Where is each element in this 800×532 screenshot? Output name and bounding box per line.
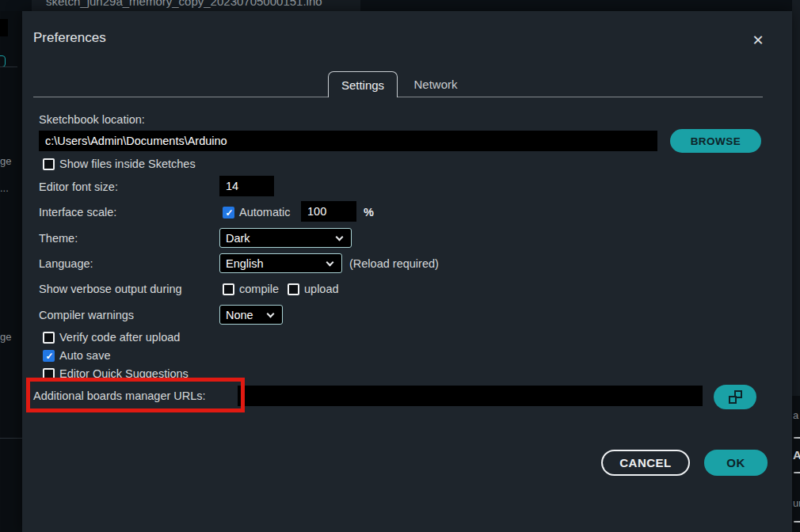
tab-settings-label: Settings <box>341 78 384 92</box>
interface-scale-auto-label: Automatic <box>239 206 290 218</box>
divider <box>794 472 800 473</box>
background-teal-outline-fragment <box>0 55 6 67</box>
interface-scale-unit: % <box>364 206 374 218</box>
interface-scale-auto-checkbox[interactable] <box>223 207 234 218</box>
cancel-button[interactable]: CANCEL <box>601 450 690 476</box>
background-editor-tab: sketch_jun29a_memory_copy_20230705000151… <box>32 0 360 11</box>
language-reload-note: (Reload required) <box>349 257 439 270</box>
background-text-fragment: A <box>793 448 800 462</box>
editor-font-size-label: Editor font size: <box>39 180 118 193</box>
boards-urls-list-button[interactable] <box>714 385 756 409</box>
browse-button[interactable]: BROWSE <box>670 129 761 153</box>
background-text-fragment: ur <box>793 497 800 509</box>
tab-network-label: Network <box>413 78 457 91</box>
quick-suggestions-checkbox[interactable] <box>43 368 55 380</box>
verbose-compile-label: compile <box>239 283 279 295</box>
theme-select[interactable]: Dark <box>219 228 352 248</box>
compiler-warnings-label: Compiler warnings <box>39 309 134 321</box>
chevron-down-icon <box>336 234 344 241</box>
tab-network[interactable]: Network <box>400 71 471 97</box>
chevron-down-icon <box>267 310 275 318</box>
background-text-fragment: ge <box>0 331 11 343</box>
dialog-title: Preferences <box>33 30 106 46</box>
background-editor-tabbar: sketch_jun29a_memory_copy_20230705000151… <box>0 0 800 11</box>
compiler-warnings-value: None <box>226 309 253 321</box>
theme-select-value: Dark <box>226 232 250 245</box>
auto-save-label: Auto save <box>59 349 111 362</box>
interface-scale-input[interactable] <box>301 201 356 222</box>
language-select[interactable]: English <box>219 253 342 273</box>
close-icon[interactable]: ✕ <box>748 30 768 51</box>
divider <box>794 437 800 439</box>
interface-scale-label: Interface scale: <box>39 206 116 218</box>
verbose-upload-label: upload <box>304 283 339 295</box>
verbose-output-label: Show verbose output during <box>39 283 182 295</box>
divider <box>0 66 17 67</box>
background-text-fragment: a <box>793 409 798 421</box>
language-select-value: English <box>226 257 264 270</box>
editor-tab-filename: sketch_jun29a_memory_copy_20230705000151… <box>46 0 322 8</box>
background-left-sliver: ge ... ge <box>0 11 22 532</box>
copy-icon <box>729 390 742 404</box>
preferences-dialog: Preferences ✕ Settings Network Sketchboo… <box>22 11 792 532</box>
show-files-checkbox[interactable] <box>43 158 55 170</box>
background-right-sliver: a A ur <box>792 0 800 532</box>
verbose-upload-checkbox[interactable] <box>288 283 299 295</box>
background-text-fragment: ... <box>0 182 9 194</box>
verbose-compile-checkbox[interactable] <box>223 283 234 295</box>
background-text-fragment: ge <box>0 155 11 167</box>
compiler-warnings-select[interactable]: None <box>219 305 283 325</box>
language-label: Language: <box>39 257 93 270</box>
divider <box>794 521 800 522</box>
sketchbook-location-label: Sketchbook location: <box>39 113 145 126</box>
show-files-label: Show files inside Sketches <box>59 158 196 170</box>
quick-suggestions-label: Editor Quick Suggestions <box>59 367 189 380</box>
auto-save-checkbox[interactable] <box>43 350 55 362</box>
divider <box>0 438 22 439</box>
boards-manager-urls-input[interactable] <box>238 386 703 406</box>
theme-label: Theme: <box>39 232 78 245</box>
ok-button[interactable]: OK <box>704 450 768 476</box>
background-fragment <box>0 19 8 36</box>
tab-settings[interactable]: Settings <box>328 71 398 97</box>
verify-code-label: Verify code after upload <box>59 331 180 344</box>
editor-font-size-input[interactable] <box>219 176 274 196</box>
sketchbook-location-input[interactable] <box>39 131 657 151</box>
tabbar-divider <box>33 97 763 97</box>
boards-manager-urls-label: Additional boards manager URLs: <box>33 390 206 402</box>
verify-code-checkbox[interactable] <box>43 332 55 344</box>
chevron-down-icon <box>326 259 334 267</box>
